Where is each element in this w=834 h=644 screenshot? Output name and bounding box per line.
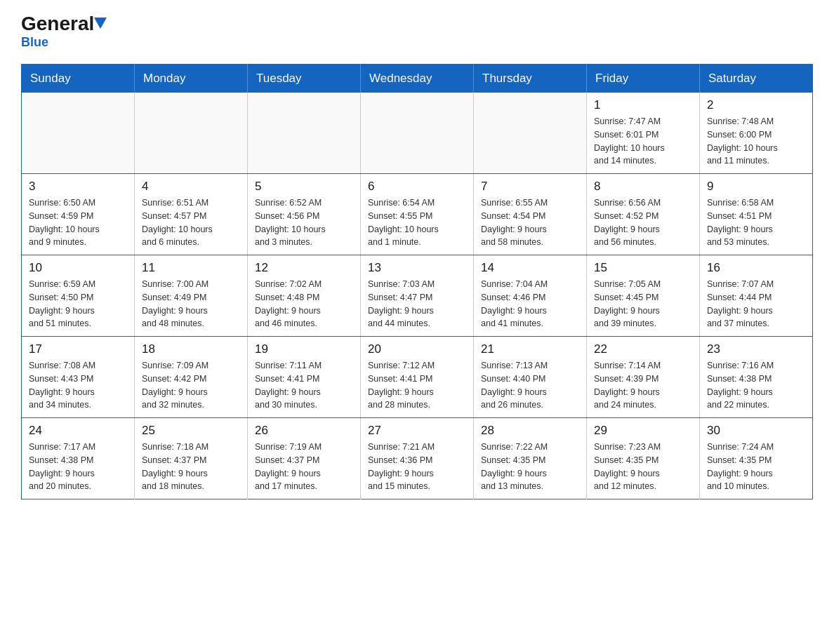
week-row-5: 24Sunrise: 7:17 AMSunset: 4:38 PMDayligh… — [22, 418, 813, 499]
calendar-cell: 13Sunrise: 7:03 AMSunset: 4:47 PMDayligh… — [361, 255, 474, 337]
day-number: 28 — [481, 424, 579, 438]
calendar-cell: 10Sunrise: 6:59 AMSunset: 4:50 PMDayligh… — [22, 255, 135, 337]
calendar-cell: 14Sunrise: 7:04 AMSunset: 4:46 PMDayligh… — [474, 255, 587, 337]
day-info: Sunrise: 7:11 AMSunset: 4:41 PMDaylight:… — [255, 359, 353, 412]
day-info: Sunrise: 7:13 AMSunset: 4:40 PMDaylight:… — [481, 359, 579, 412]
day-info: Sunrise: 6:52 AMSunset: 4:56 PMDaylight:… — [255, 196, 353, 249]
day-number: 5 — [255, 180, 353, 194]
calendar-cell: 3Sunrise: 6:50 AMSunset: 4:59 PMDaylight… — [22, 174, 135, 255]
day-info: Sunrise: 7:02 AMSunset: 4:48 PMDaylight:… — [255, 278, 353, 330]
day-number: 2 — [707, 98, 805, 112]
calendar-cell: 25Sunrise: 7:18 AMSunset: 4:37 PMDayligh… — [135, 418, 248, 499]
day-number: 10 — [29, 261, 127, 275]
calendar-cell — [135, 93, 248, 174]
day-info: Sunrise: 7:24 AMSunset: 4:35 PMDaylight:… — [707, 441, 805, 493]
day-number: 3 — [29, 180, 127, 194]
day-number: 21 — [481, 342, 579, 356]
weekday-header-saturday: Saturday — [700, 65, 813, 93]
calendar-cell: 20Sunrise: 7:12 AMSunset: 4:41 PMDayligh… — [361, 337, 474, 418]
calendar-cell: 24Sunrise: 7:17 AMSunset: 4:38 PMDayligh… — [22, 418, 135, 499]
day-number: 8 — [594, 180, 692, 194]
day-info: Sunrise: 7:22 AMSunset: 4:35 PMDaylight:… — [481, 441, 579, 493]
day-info: Sunrise: 7:03 AMSunset: 4:47 PMDaylight:… — [368, 278, 466, 330]
day-number: 17 — [29, 342, 127, 356]
calendar-cell: 21Sunrise: 7:13 AMSunset: 4:40 PMDayligh… — [474, 337, 587, 418]
logo-blue: Blue — [21, 35, 48, 50]
day-info: Sunrise: 7:16 AMSunset: 4:38 PMDaylight:… — [707, 359, 805, 412]
day-info: Sunrise: 7:05 AMSunset: 4:45 PMDaylight:… — [594, 278, 692, 330]
day-info: Sunrise: 7:00 AMSunset: 4:49 PMDaylight:… — [142, 278, 240, 330]
calendar-cell: 16Sunrise: 7:07 AMSunset: 4:44 PMDayligh… — [700, 255, 813, 337]
logo: General Blue — [21, 14, 107, 50]
calendar-cell: 5Sunrise: 6:52 AMSunset: 4:56 PMDaylight… — [248, 174, 361, 255]
page-header: General Blue — [21, 14, 813, 50]
calendar-cell: 29Sunrise: 7:23 AMSunset: 4:35 PMDayligh… — [587, 418, 700, 499]
calendar-cell: 4Sunrise: 6:51 AMSunset: 4:57 PMDaylight… — [135, 174, 248, 255]
day-info: Sunrise: 6:54 AMSunset: 4:55 PMDaylight:… — [368, 196, 466, 249]
calendar-cell: 30Sunrise: 7:24 AMSunset: 4:35 PMDayligh… — [700, 418, 813, 499]
calendar-cell: 7Sunrise: 6:55 AMSunset: 4:54 PMDaylight… — [474, 174, 587, 255]
weekday-header-thursday: Thursday — [474, 65, 587, 93]
calendar-cell: 27Sunrise: 7:21 AMSunset: 4:36 PMDayligh… — [361, 418, 474, 499]
calendar-cell: 15Sunrise: 7:05 AMSunset: 4:45 PMDayligh… — [587, 255, 700, 337]
calendar-cell: 22Sunrise: 7:14 AMSunset: 4:39 PMDayligh… — [587, 337, 700, 418]
day-info: Sunrise: 7:17 AMSunset: 4:38 PMDaylight:… — [29, 441, 127, 493]
day-number: 30 — [707, 424, 805, 438]
day-info: Sunrise: 7:19 AMSunset: 4:37 PMDaylight:… — [255, 441, 353, 493]
day-info: Sunrise: 7:18 AMSunset: 4:37 PMDaylight:… — [142, 441, 240, 493]
day-info: Sunrise: 6:50 AMSunset: 4:59 PMDaylight:… — [29, 196, 127, 249]
svg-marker-0 — [94, 18, 107, 29]
day-info: Sunrise: 7:09 AMSunset: 4:42 PMDaylight:… — [142, 359, 240, 412]
day-info: Sunrise: 7:14 AMSunset: 4:39 PMDaylight:… — [594, 359, 692, 412]
day-info: Sunrise: 7:08 AMSunset: 4:43 PMDaylight:… — [29, 359, 127, 412]
weekday-header-sunday: Sunday — [22, 65, 135, 93]
logo-text: General — [21, 14, 107, 34]
calendar-cell: 26Sunrise: 7:19 AMSunset: 4:37 PMDayligh… — [248, 418, 361, 499]
day-number: 6 — [368, 180, 466, 194]
weekday-header-monday: Monday — [135, 65, 248, 93]
day-info: Sunrise: 7:04 AMSunset: 4:46 PMDaylight:… — [481, 278, 579, 330]
calendar-cell: 19Sunrise: 7:11 AMSunset: 4:41 PMDayligh… — [248, 337, 361, 418]
day-number: 13 — [368, 261, 466, 275]
day-number: 18 — [142, 342, 240, 356]
calendar-cell: 23Sunrise: 7:16 AMSunset: 4:38 PMDayligh… — [700, 337, 813, 418]
day-number: 12 — [255, 261, 353, 275]
calendar-cell: 18Sunrise: 7:09 AMSunset: 4:42 PMDayligh… — [135, 337, 248, 418]
day-info: Sunrise: 6:58 AMSunset: 4:51 PMDaylight:… — [707, 196, 805, 249]
calendar-cell — [361, 93, 474, 174]
week-row-2: 3Sunrise: 6:50 AMSunset: 4:59 PMDaylight… — [22, 174, 813, 255]
day-info: Sunrise: 7:48 AMSunset: 6:00 PMDaylight:… — [707, 115, 805, 168]
day-number: 16 — [707, 261, 805, 275]
day-number: 29 — [594, 424, 692, 438]
calendar-cell: 6Sunrise: 6:54 AMSunset: 4:55 PMDaylight… — [361, 174, 474, 255]
day-info: Sunrise: 6:56 AMSunset: 4:52 PMDaylight:… — [594, 196, 692, 249]
calendar-cell — [248, 93, 361, 174]
week-row-3: 10Sunrise: 6:59 AMSunset: 4:50 PMDayligh… — [22, 255, 813, 337]
calendar-cell: 11Sunrise: 7:00 AMSunset: 4:49 PMDayligh… — [135, 255, 248, 337]
day-number: 22 — [594, 342, 692, 356]
day-info: Sunrise: 7:12 AMSunset: 4:41 PMDaylight:… — [368, 359, 466, 412]
day-number: 20 — [368, 342, 466, 356]
day-info: Sunrise: 7:21 AMSunset: 4:36 PMDaylight:… — [368, 441, 466, 493]
day-number: 11 — [142, 261, 240, 275]
calendar-cell — [22, 93, 135, 174]
day-number: 4 — [142, 180, 240, 194]
day-number: 1 — [594, 98, 692, 112]
calendar-cell: 17Sunrise: 7:08 AMSunset: 4:43 PMDayligh… — [22, 337, 135, 418]
day-info: Sunrise: 7:47 AMSunset: 6:01 PMDaylight:… — [594, 115, 692, 168]
day-info: Sunrise: 7:07 AMSunset: 4:44 PMDaylight:… — [707, 278, 805, 330]
day-number: 24 — [29, 424, 127, 438]
day-number: 9 — [707, 180, 805, 194]
day-info: Sunrise: 6:59 AMSunset: 4:50 PMDaylight:… — [29, 278, 127, 330]
week-row-1: 1Sunrise: 7:47 AMSunset: 6:01 PMDaylight… — [22, 93, 813, 174]
calendar-cell: 1Sunrise: 7:47 AMSunset: 6:01 PMDaylight… — [587, 93, 700, 174]
calendar-cell: 12Sunrise: 7:02 AMSunset: 4:48 PMDayligh… — [248, 255, 361, 337]
calendar-cell: 9Sunrise: 6:58 AMSunset: 4:51 PMDaylight… — [700, 174, 813, 255]
weekday-header-friday: Friday — [587, 65, 700, 93]
day-number: 7 — [481, 180, 579, 194]
day-info: Sunrise: 7:23 AMSunset: 4:35 PMDaylight:… — [594, 441, 692, 493]
calendar-cell: 8Sunrise: 6:56 AMSunset: 4:52 PMDaylight… — [587, 174, 700, 255]
weekday-header-tuesday: Tuesday — [248, 65, 361, 93]
weekday-header-wednesday: Wednesday — [361, 65, 474, 93]
day-info: Sunrise: 6:55 AMSunset: 4:54 PMDaylight:… — [481, 196, 579, 249]
